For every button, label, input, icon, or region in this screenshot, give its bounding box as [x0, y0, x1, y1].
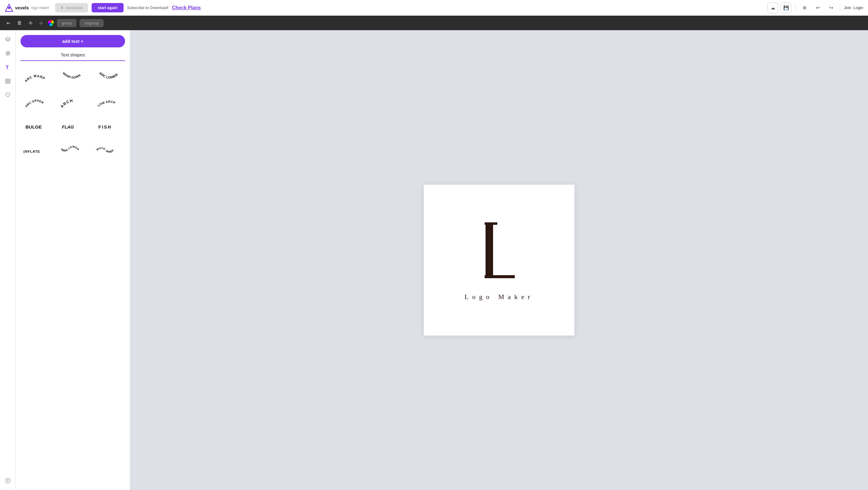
shape-inflate[interactable]: (NFLATE	[18, 138, 55, 162]
shape-arc-upper[interactable]: ARC UPPER	[18, 90, 55, 114]
section-title: Text shapes	[21, 52, 125, 61]
zoom-icon: ⊕	[803, 5, 807, 10]
svg-rect-4	[8, 52, 10, 53]
shape-arch[interactable]: ARCH	[55, 90, 91, 114]
shape-fish[interactable]: FISH	[91, 114, 127, 138]
svg-text:LOW ARCH: LOW ARCH	[97, 100, 116, 107]
shape-wave-upper[interactable]: WAVE UPPER	[91, 138, 127, 162]
zoom-button[interactable]: ⊕	[799, 2, 810, 13]
save-cloud-icon: ☁	[771, 5, 775, 10]
brand-logo: vexels logo maker	[5, 4, 49, 12]
floppy-icon: 💾	[783, 5, 789, 10]
svg-marker-2	[5, 37, 10, 40]
arc-lower-preview: ARC LOWER	[96, 70, 123, 85]
arc-upper-preview: ARC UPPER	[23, 94, 50, 110]
logo-letter-svg	[469, 219, 529, 286]
shape-bulge[interactable]: BULGE	[18, 114, 55, 138]
undo-button[interactable]: ↩	[812, 2, 823, 13]
check-plans-link[interactable]: Check Plans	[172, 5, 201, 10]
svg-rect-25	[485, 222, 497, 225]
logo-letter	[469, 219, 529, 296]
add-text-button[interactable]: add text +	[21, 35, 125, 47]
shape-wave-lower[interactable]: WAVE LOWER	[55, 138, 91, 162]
nav-divider-2	[840, 4, 840, 11]
text-shapes-grid: ARC WARP WARP DOWN ARC LOWER	[16, 66, 130, 162]
svg-text:FLAG: FLAG	[62, 125, 74, 129]
upload-icon	[5, 478, 11, 484]
collapse-icon[interactable]: ⇤	[5, 19, 12, 27]
subscribe-text: Subscribe to Download!	[127, 5, 168, 10]
svg-text:ARC LOWER: ARC LOWER	[98, 71, 119, 79]
sidebar-item-layers[interactable]	[2, 34, 13, 45]
redo-button[interactable]: ↪	[826, 2, 836, 13]
delete-icon[interactable]: 🗑	[16, 19, 24, 27]
login-button[interactable]: Login	[854, 5, 863, 10]
svg-text:FISH: FISH	[98, 125, 112, 129]
svg-text:WARP DOWN: WARP DOWN	[62, 71, 81, 79]
side-panel-header: add text + Text shapes	[16, 30, 130, 66]
start-again-button[interactable]: start again	[92, 3, 124, 12]
icon-bar: T	[0, 30, 16, 490]
redo-icon: ↪	[829, 5, 833, 10]
svg-rect-9	[5, 81, 10, 82]
svg-text:T: T	[6, 65, 9, 70]
stacks-icon	[5, 78, 11, 84]
logo-subtitle: Logo Maker	[464, 293, 533, 301]
low-arch-preview: LOW ARCH	[96, 94, 123, 110]
align-icon[interactable]: ✛	[27, 19, 34, 27]
sidebar-item-stacks[interactable]	[2, 76, 13, 87]
svg-point-1	[8, 7, 10, 9]
svg-point-3	[6, 52, 8, 53]
svg-text:BULGE: BULGE	[25, 124, 41, 129]
svg-rect-26	[485, 275, 515, 278]
svg-text:ARCH: ARCH	[59, 98, 73, 109]
bulge-preview: BULGE	[23, 119, 50, 134]
shape-arc-lower[interactable]: ARC LOWER	[91, 66, 127, 90]
svg-text:(NFLATE: (NFLATE	[23, 149, 40, 153]
fish-preview: FISH	[96, 119, 123, 134]
navbar: vexels logo maker ⬇ download start again…	[0, 0, 868, 16]
distribute-icon[interactable]: ⊹	[37, 19, 45, 27]
toolbar: ⇤ 🗑 ✛ ⊹ group ungroup	[0, 16, 868, 30]
download-button[interactable]: ⬇ download	[55, 3, 88, 12]
svg-text:WAVE UPPER: WAVE UPPER	[96, 146, 114, 153]
sidebar-item-text[interactable]: T	[2, 62, 13, 73]
shape-low-arch[interactable]: LOW ARCH	[91, 90, 127, 114]
save-button[interactable]: 💾	[781, 2, 792, 13]
svg-point-5	[6, 53, 8, 55]
brand-name: vexels	[15, 5, 29, 10]
group-button[interactable]: group	[57, 19, 76, 27]
layers-icon	[5, 36, 11, 42]
heart-icon	[5, 92, 11, 98]
wave-lower-preview: WAVE LOWER	[59, 143, 87, 158]
undo-icon: ↩	[816, 5, 820, 10]
canvas-container[interactable]: Logo Maker	[424, 185, 575, 336]
shape-warp-down[interactable]: WARP DOWN	[55, 66, 91, 90]
svg-rect-8	[5, 79, 10, 80]
warp-down-preview: WARP DOWN	[59, 70, 87, 85]
svg-rect-10	[5, 82, 10, 83]
download-label: download	[66, 5, 83, 10]
svg-rect-6	[8, 53, 10, 55]
svg-text:WAVE LOWER: WAVE LOWER	[60, 145, 80, 152]
sidebar-item-upload[interactable]	[2, 475, 13, 486]
arc-warp-preview: ARC WARP	[23, 70, 50, 85]
sidebar-item-elements[interactable]	[2, 48, 13, 59]
wave-upper-preview: WAVE UPPER	[96, 143, 123, 158]
ungroup-button[interactable]: ungroup	[80, 19, 104, 27]
sidebar-item-favorites[interactable]	[2, 89, 13, 101]
download-icon: ⬇	[61, 5, 64, 10]
vexels-logo-icon	[5, 4, 13, 12]
side-panel: add text + Text shapes ARC WARP WARP DOW…	[16, 30, 130, 490]
brand-subtitle: logo maker	[31, 6, 49, 10]
arch-preview: ARCH	[59, 94, 87, 110]
join-button[interactable]: Join	[844, 5, 851, 10]
main-layout: T add text + Text shapes	[0, 30, 868, 490]
inflate-preview: (NFLATE	[23, 143, 50, 158]
text-icon: T	[5, 64, 11, 70]
shape-arc-warp[interactable]: ARC WARP	[18, 66, 55, 90]
shape-flag[interactable]: FLAG	[55, 114, 91, 138]
color-wheel-icon[interactable]	[48, 20, 54, 26]
save-cloud-button[interactable]: ☁	[767, 2, 778, 13]
svg-text:ARC WARP: ARC WARP	[24, 74, 46, 83]
